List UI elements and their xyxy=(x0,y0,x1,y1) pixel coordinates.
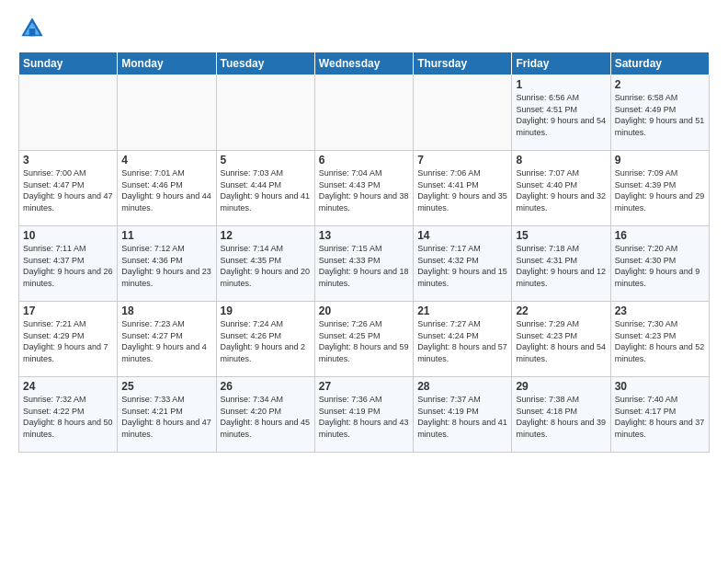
calendar-cell: 24Sunrise: 7:32 AM Sunset: 4:22 PM Dayli… xyxy=(19,377,118,453)
day-number: 27 xyxy=(319,380,409,393)
day-info: Sunrise: 7:29 AM Sunset: 4:23 PM Dayligh… xyxy=(516,318,606,364)
calendar-cell: 12Sunrise: 7:14 AM Sunset: 4:35 PM Dayli… xyxy=(216,226,314,302)
day-number: 7 xyxy=(417,154,507,167)
calendar-cell: 16Sunrise: 7:20 AM Sunset: 4:30 PM Dayli… xyxy=(610,226,709,302)
calendar: SundayMondayTuesdayWednesdayThursdayFrid… xyxy=(18,52,710,453)
day-number: 11 xyxy=(121,229,211,242)
calendar-cell: 17Sunrise: 7:21 AM Sunset: 4:29 PM Dayli… xyxy=(19,302,118,377)
day-number: 20 xyxy=(319,304,409,317)
calendar-header-tuesday: Tuesday xyxy=(216,52,314,75)
day-info: Sunrise: 7:07 AM Sunset: 4:40 PM Dayligh… xyxy=(516,167,606,213)
day-number: 16 xyxy=(615,229,705,242)
day-info: Sunrise: 7:24 AM Sunset: 4:26 PM Dayligh… xyxy=(221,318,311,364)
calendar-cell: 14Sunrise: 7:17 AM Sunset: 4:32 PM Dayli… xyxy=(414,226,512,302)
day-number: 24 xyxy=(23,380,113,393)
calendar-week-2: 3Sunrise: 7:00 AM Sunset: 4:47 PM Daylig… xyxy=(19,151,710,226)
calendar-cell xyxy=(314,75,413,151)
calendar-header-monday: Monday xyxy=(118,52,216,75)
calendar-header-friday: Friday xyxy=(512,52,610,75)
calendar-cell: 2Sunrise: 6:58 AM Sunset: 4:49 PM Daylig… xyxy=(610,75,709,151)
calendar-cell: 20Sunrise: 7:26 AM Sunset: 4:25 PM Dayli… xyxy=(314,302,413,377)
day-info: Sunrise: 7:27 AM Sunset: 4:24 PM Dayligh… xyxy=(417,318,507,364)
day-info: Sunrise: 7:17 AM Sunset: 4:32 PM Dayligh… xyxy=(417,243,507,289)
header xyxy=(18,15,710,42)
day-number: 9 xyxy=(615,154,705,167)
calendar-header-thursday: Thursday xyxy=(414,52,512,75)
day-number: 29 xyxy=(516,380,606,393)
day-info: Sunrise: 7:14 AM Sunset: 4:35 PM Dayligh… xyxy=(221,243,311,289)
day-number: 17 xyxy=(23,304,113,317)
calendar-cell: 3Sunrise: 7:00 AM Sunset: 4:47 PM Daylig… xyxy=(19,151,118,226)
calendar-cell: 30Sunrise: 7:40 AM Sunset: 4:17 PM Dayli… xyxy=(610,377,709,453)
day-info: Sunrise: 7:04 AM Sunset: 4:43 PM Dayligh… xyxy=(319,167,409,213)
calendar-week-5: 24Sunrise: 7:32 AM Sunset: 4:22 PM Dayli… xyxy=(19,377,710,453)
day-info: Sunrise: 6:56 AM Sunset: 4:51 PM Dayligh… xyxy=(516,92,606,138)
calendar-cell: 4Sunrise: 7:01 AM Sunset: 4:46 PM Daylig… xyxy=(118,151,216,226)
day-number: 4 xyxy=(121,154,211,167)
calendar-cell xyxy=(19,75,118,151)
svg-rect-2 xyxy=(29,29,36,36)
day-info: Sunrise: 7:36 AM Sunset: 4:19 PM Dayligh… xyxy=(319,394,409,440)
calendar-cell: 19Sunrise: 7:24 AM Sunset: 4:26 PM Dayli… xyxy=(216,302,314,377)
calendar-cell: 9Sunrise: 7:09 AM Sunset: 4:39 PM Daylig… xyxy=(610,151,709,226)
day-number: 6 xyxy=(319,154,409,167)
day-number: 26 xyxy=(221,380,311,393)
logo-icon xyxy=(18,15,46,42)
day-number: 22 xyxy=(516,304,606,317)
calendar-cell: 5Sunrise: 7:03 AM Sunset: 4:44 PM Daylig… xyxy=(216,151,314,226)
day-number: 15 xyxy=(516,229,606,242)
calendar-cell: 10Sunrise: 7:11 AM Sunset: 4:37 PM Dayli… xyxy=(19,226,118,302)
page: SundayMondayTuesdayWednesdayThursdayFrid… xyxy=(0,0,728,462)
calendar-header-wednesday: Wednesday xyxy=(314,52,413,75)
calendar-week-1: 1Sunrise: 6:56 AM Sunset: 4:51 PM Daylig… xyxy=(19,75,710,151)
calendar-cell xyxy=(414,75,512,151)
day-number: 18 xyxy=(121,304,211,317)
day-info: Sunrise: 7:11 AM Sunset: 4:37 PM Dayligh… xyxy=(23,243,113,289)
calendar-cell: 11Sunrise: 7:12 AM Sunset: 4:36 PM Dayli… xyxy=(118,226,216,302)
day-info: Sunrise: 7:34 AM Sunset: 4:20 PM Dayligh… xyxy=(221,394,311,440)
calendar-cell xyxy=(216,75,314,151)
day-number: 5 xyxy=(221,154,311,167)
calendar-cell: 25Sunrise: 7:33 AM Sunset: 4:21 PM Dayli… xyxy=(118,377,216,453)
day-number: 12 xyxy=(221,229,311,242)
day-number: 10 xyxy=(23,229,113,242)
calendar-header-saturday: Saturday xyxy=(610,52,709,75)
calendar-week-4: 17Sunrise: 7:21 AM Sunset: 4:29 PM Dayli… xyxy=(19,302,710,377)
calendar-cell: 27Sunrise: 7:36 AM Sunset: 4:19 PM Dayli… xyxy=(314,377,413,453)
day-info: Sunrise: 7:06 AM Sunset: 4:41 PM Dayligh… xyxy=(417,167,507,213)
day-info: Sunrise: 7:21 AM Sunset: 4:29 PM Dayligh… xyxy=(23,318,113,364)
day-number: 21 xyxy=(417,304,507,317)
calendar-cell: 8Sunrise: 7:07 AM Sunset: 4:40 PM Daylig… xyxy=(512,151,610,226)
calendar-cell: 7Sunrise: 7:06 AM Sunset: 4:41 PM Daylig… xyxy=(414,151,512,226)
calendar-header-row: SundayMondayTuesdayWednesdayThursdayFrid… xyxy=(19,52,710,75)
day-number: 8 xyxy=(516,154,606,167)
day-number: 28 xyxy=(417,380,507,393)
day-number: 14 xyxy=(417,229,507,242)
calendar-cell: 15Sunrise: 7:18 AM Sunset: 4:31 PM Dayli… xyxy=(512,226,610,302)
calendar-cell: 6Sunrise: 7:04 AM Sunset: 4:43 PM Daylig… xyxy=(314,151,413,226)
day-info: Sunrise: 7:20 AM Sunset: 4:30 PM Dayligh… xyxy=(615,243,705,289)
day-number: 23 xyxy=(615,304,705,317)
day-info: Sunrise: 7:18 AM Sunset: 4:31 PM Dayligh… xyxy=(516,243,606,289)
day-info: Sunrise: 7:00 AM Sunset: 4:47 PM Dayligh… xyxy=(23,167,113,213)
day-info: Sunrise: 7:40 AM Sunset: 4:17 PM Dayligh… xyxy=(615,394,705,440)
calendar-cell: 29Sunrise: 7:38 AM Sunset: 4:18 PM Dayli… xyxy=(512,377,610,453)
day-number: 25 xyxy=(121,380,211,393)
calendar-cell: 28Sunrise: 7:37 AM Sunset: 4:19 PM Dayli… xyxy=(414,377,512,453)
day-number: 1 xyxy=(516,78,606,91)
day-info: Sunrise: 7:15 AM Sunset: 4:33 PM Dayligh… xyxy=(319,243,409,289)
calendar-cell: 18Sunrise: 7:23 AM Sunset: 4:27 PM Dayli… xyxy=(118,302,216,377)
calendar-cell: 1Sunrise: 6:56 AM Sunset: 4:51 PM Daylig… xyxy=(512,75,610,151)
day-info: Sunrise: 7:03 AM Sunset: 4:44 PM Dayligh… xyxy=(221,167,311,213)
day-info: Sunrise: 7:12 AM Sunset: 4:36 PM Dayligh… xyxy=(121,243,211,289)
day-info: Sunrise: 7:09 AM Sunset: 4:39 PM Dayligh… xyxy=(615,167,705,213)
day-info: Sunrise: 7:32 AM Sunset: 4:22 PM Dayligh… xyxy=(23,394,113,440)
calendar-header-sunday: Sunday xyxy=(19,52,118,75)
day-info: Sunrise: 7:26 AM Sunset: 4:25 PM Dayligh… xyxy=(319,318,409,364)
day-info: Sunrise: 7:37 AM Sunset: 4:19 PM Dayligh… xyxy=(417,394,507,440)
calendar-cell: 26Sunrise: 7:34 AM Sunset: 4:20 PM Dayli… xyxy=(216,377,314,453)
day-info: Sunrise: 6:58 AM Sunset: 4:49 PM Dayligh… xyxy=(615,92,705,138)
day-info: Sunrise: 7:38 AM Sunset: 4:18 PM Dayligh… xyxy=(516,394,606,440)
day-number: 3 xyxy=(23,154,113,167)
day-number: 19 xyxy=(221,304,311,317)
